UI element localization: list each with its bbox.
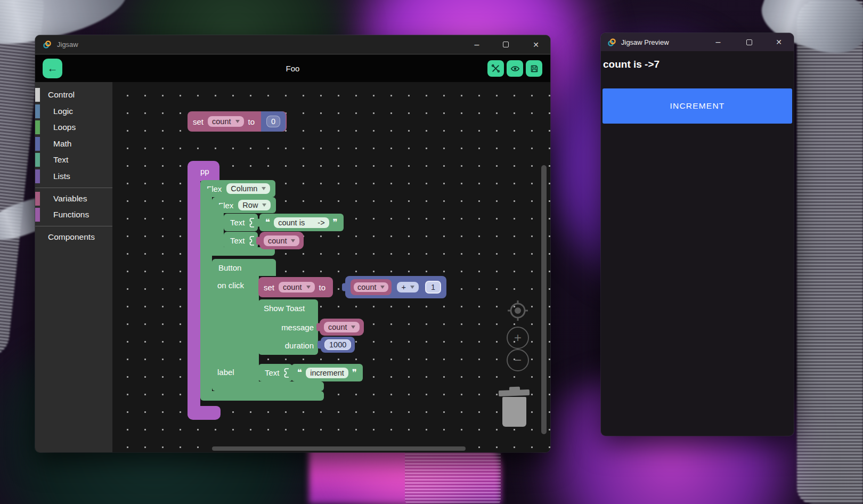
flex-direction-dropdown[interactable]: Row <box>238 200 271 210</box>
back-button[interactable]: ← <box>43 59 62 78</box>
increment-button[interactable]: INCREMENT <box>603 88 792 124</box>
variable-dropdown[interactable]: count <box>324 322 360 332</box>
block-string-count-is[interactable]: ❝ count is -> ❞ <box>259 214 344 231</box>
variable-dropdown[interactable]: count <box>354 282 388 292</box>
block-button-foot[interactable] <box>212 381 324 391</box>
maximize-button[interactable] <box>499 35 512 54</box>
category-color-bar <box>35 137 40 151</box>
sidebar-item-loops[interactable]: Loops <box>35 119 112 135</box>
category-color-bar <box>35 120 40 134</box>
sidebar-item-lists[interactable]: Lists <box>35 168 112 184</box>
message-label: message <box>281 323 314 332</box>
save-icon <box>530 64 539 73</box>
puzzle-tab <box>256 218 262 226</box>
dropdown-arrow-icon <box>262 187 266 190</box>
dropdown-arrow-icon <box>235 120 240 123</box>
sidebar-item-control[interactable]: Control <box>35 87 112 103</box>
recenter-control[interactable] <box>507 299 529 322</box>
close-button[interactable]: ✕ <box>772 33 785 51</box>
block-arithmetic[interactable]: count + 1 <box>345 276 446 298</box>
block-app-spine[interactable] <box>188 167 200 416</box>
block-flex-column-foot[interactable] <box>200 391 324 401</box>
open-quote-icon: ❝ <box>265 217 270 228</box>
variable-dropdown[interactable]: count <box>208 116 243 127</box>
minus-icon: − <box>514 353 522 368</box>
block-app-foot[interactable] <box>188 406 221 420</box>
block-text-2[interactable]: Text <box>224 232 258 249</box>
build-tools-button[interactable] <box>487 60 504 77</box>
preview-titlebar: Jigsaw Preview – ✕ <box>601 33 794 51</box>
dropdown-arrow-icon <box>262 204 266 207</box>
close-button[interactable]: ✕ <box>530 35 542 54</box>
crosshair-icon <box>507 299 529 322</box>
save-button[interactable] <box>526 60 542 77</box>
value-socket-icon <box>249 236 255 246</box>
sidebar-item-functions[interactable]: Functions <box>35 207 112 223</box>
open-quote-icon: ❝ <box>297 367 302 378</box>
flex-direction-dropdown[interactable]: Column <box>226 183 270 194</box>
sidebar-item-math[interactable]: Math <box>35 136 112 152</box>
minimize-button[interactable]: – <box>712 33 724 51</box>
maximize-icon <box>503 42 509 47</box>
dropdown-arrow-icon <box>351 326 355 329</box>
back-arrow-icon: ← <box>47 62 58 75</box>
number-field[interactable]: 1000 <box>324 339 351 350</box>
preview-window: Jigsaw Preview – ✕ count is ->7 INCREMEN… <box>601 33 794 436</box>
vertical-scrollbar[interactable] <box>541 165 547 434</box>
sidebar-item-variables[interactable]: Variables <box>35 191 112 207</box>
maximize-button[interactable] <box>743 33 755 51</box>
desktop: Jigsaw – ✕ Foo ← <box>0 0 863 504</box>
sidebar-item-components[interactable]: Components <box>35 229 112 245</box>
category-color-bar <box>35 88 40 102</box>
block-variable-count[interactable]: count <box>259 232 304 249</box>
puzzle-tab <box>317 341 323 349</box>
puzzle-tab <box>342 283 347 291</box>
variable-dropdown[interactable]: count <box>279 282 314 292</box>
block-button-body[interactable]: on click label <box>212 274 259 383</box>
plus-icon: + <box>514 330 522 345</box>
preview-count-text: count is ->7 <box>603 59 660 70</box>
block-text-3[interactable]: Text <box>258 364 292 381</box>
sidebar-divider <box>35 188 112 188</box>
operator-dropdown[interactable]: + <box>397 282 418 292</box>
preview-button[interactable] <box>507 60 523 77</box>
zoom-out-control[interactable]: − <box>507 349 529 371</box>
puzzle-tab <box>256 237 262 245</box>
block-set-count-onclick[interactable]: set count to <box>258 277 333 297</box>
zoom-in-control[interactable]: + <box>507 327 529 349</box>
category-color-bar <box>35 169 40 183</box>
block-number-1000[interactable]: 1000 <box>321 337 355 353</box>
trash-control[interactable] <box>499 387 531 428</box>
block-set-count-init[interactable]: set count to 0 <box>188 111 287 132</box>
on-click-label: on click <box>217 281 244 290</box>
block-show-toast[interactable]: Show Toast message duration <box>258 299 318 355</box>
dropdown-arrow-icon <box>410 286 414 289</box>
number-field[interactable]: 0 <box>266 116 280 127</box>
minimize-button[interactable]: – <box>470 35 483 54</box>
trash-lid <box>499 389 530 396</box>
jigsaw-logo-icon <box>43 40 52 49</box>
document-title: Foo <box>35 55 550 82</box>
category-color-bar <box>35 192 40 206</box>
dropdown-arrow-icon <box>291 239 295 242</box>
block-text-1[interactable]: Text <box>224 214 258 231</box>
block-workspace-canvas[interactable]: set count to 0 App Flex Column Flex Ro <box>112 82 550 452</box>
block-variable-count[interactable]: count <box>320 319 364 336</box>
block-variable-count[interactable]: count <box>351 279 392 295</box>
sidebar-item-logic[interactable]: Logic <box>35 103 112 119</box>
horizontal-scrollbar[interactable] <box>212 446 466 451</box>
label-label: label <box>217 368 234 377</box>
trash-body <box>502 397 526 427</box>
sidebar-item-text[interactable]: Text <box>35 152 112 168</box>
main-toolbar: Foo ← <box>35 55 550 82</box>
string-field[interactable]: increment <box>306 368 348 378</box>
block-flex-column-spine[interactable] <box>200 189 212 396</box>
value-socket-icon <box>249 218 255 227</box>
dropdown-arrow-icon <box>306 286 311 289</box>
block-string-increment[interactable]: ❝ increment ❞ <box>291 364 363 381</box>
string-field[interactable]: count is -> <box>274 217 329 228</box>
number-field[interactable]: 1 <box>425 281 441 294</box>
block-number-0[interactable]: 0 <box>261 111 286 132</box>
category-color-bar <box>35 153 40 167</box>
variable-dropdown[interactable]: count <box>264 235 299 246</box>
